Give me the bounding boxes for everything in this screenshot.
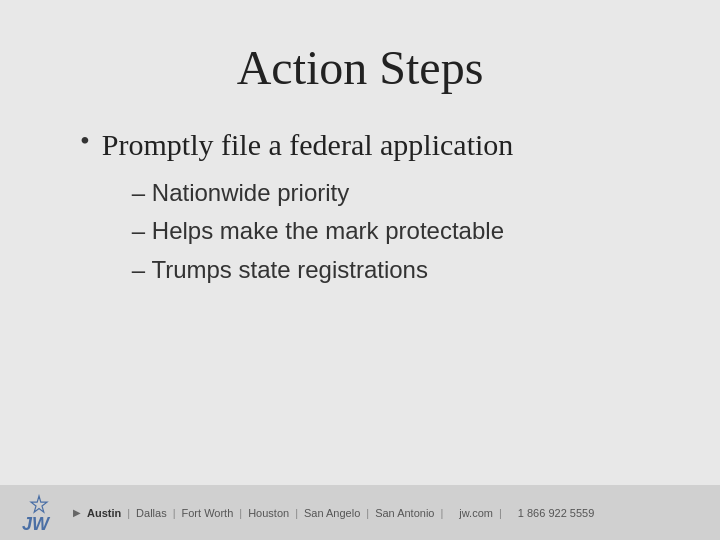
- svg-marker-0: [31, 496, 47, 512]
- bullet-dot: •: [80, 123, 90, 159]
- sub-bullet-1: – Nationwide priority: [132, 174, 514, 212]
- footer-cities: Austin | Dallas | Fort Worth | Houston |…: [87, 507, 594, 519]
- sub-bullet-3: – Trumps state registrations: [132, 251, 514, 289]
- sub-bullet-2: – Helps make the mark protectable: [132, 212, 514, 250]
- slide-content: • Promptly file a federal application – …: [60, 125, 660, 480]
- footer-logo: JW: [20, 494, 58, 532]
- footer-website: jw.com: [459, 507, 493, 519]
- jw-logo-svg: JW: [20, 494, 58, 532]
- slide: Action Steps • Promptly file a federal a…: [0, 0, 720, 540]
- main-bullet: • Promptly file a federal application – …: [80, 125, 660, 289]
- city-dallas: Dallas: [136, 507, 167, 519]
- city-sanangelo: San Angelo: [304, 507, 360, 519]
- city-austin: Austin: [87, 507, 121, 519]
- svg-text:JW: JW: [22, 514, 51, 532]
- slide-title: Action Steps: [60, 40, 660, 95]
- footer: JW ▶ Austin | Dallas | Fort Worth | Hous…: [0, 485, 720, 540]
- sub-bullets: – Nationwide priority – Helps make the m…: [102, 174, 514, 289]
- footer-arrow-icon: ▶: [73, 507, 81, 518]
- city-houston: Houston: [248, 507, 289, 519]
- main-bullet-text: Promptly file a federal application: [102, 128, 514, 161]
- city-sanantonio: San Antonio: [375, 507, 434, 519]
- city-fortworth: Fort Worth: [182, 507, 234, 519]
- footer-phone: 1 866 922 5559: [518, 507, 594, 519]
